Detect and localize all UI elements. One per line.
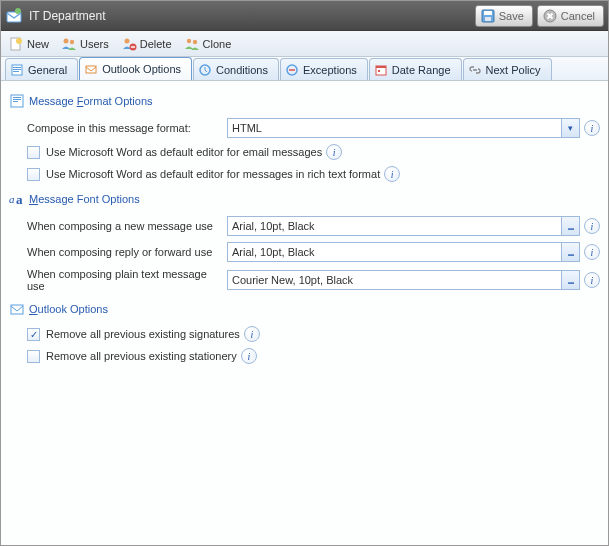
svg-rect-3 <box>484 11 492 15</box>
tab-next-policy-label: Next Policy <box>486 64 541 76</box>
tab-general-label: General <box>28 64 67 76</box>
delete-button[interactable]: Delete <box>118 33 179 55</box>
font-plain-browse[interactable]: ... <box>562 270 580 290</box>
svg-text:a: a <box>9 193 15 205</box>
cancel-button-label: Cancel <box>561 10 595 22</box>
new-icon <box>8 36 24 52</box>
info-icon[interactable]: i <box>384 166 400 182</box>
tab-general[interactable]: General <box>5 58 78 80</box>
word-rtf-label: Use Microsoft Word as default editor for… <box>46 168 380 180</box>
info-icon[interactable]: i <box>584 244 600 260</box>
save-button-label: Save <box>499 10 524 22</box>
users-label: Users <box>80 38 109 50</box>
cancel-icon <box>542 8 558 24</box>
word-rtf-checkbox[interactable] <box>27 168 40 181</box>
users-button[interactable]: Users <box>58 33 116 55</box>
row-remove-stationery: Remove all previous existing stationery … <box>9 345 600 367</box>
link-icon <box>468 63 482 77</box>
svg-point-9 <box>70 39 74 43</box>
new-button[interactable]: New <box>5 33 56 55</box>
word-email-label: Use Microsoft Word as default editor for… <box>46 146 322 158</box>
row-font-plain: When composing plain text message use Co… <box>9 265 600 295</box>
svg-rect-17 <box>13 71 19 72</box>
svg-point-10 <box>124 38 129 43</box>
font-icon: aa <box>9 191 25 207</box>
outlook-section-icon <box>9 301 25 317</box>
save-icon <box>480 8 496 24</box>
save-button[interactable]: Save <box>475 5 533 27</box>
word-email-checkbox[interactable] <box>27 146 40 159</box>
font-reply-label: When composing reply or forward use <box>27 246 227 258</box>
info-icon[interactable]: i <box>241 348 257 364</box>
compose-format-select[interactable]: HTML <box>227 118 562 138</box>
svg-point-13 <box>192 39 196 43</box>
svg-rect-16 <box>13 69 21 70</box>
row-font-reply: When composing reply or forward use Aria… <box>9 239 600 265</box>
tab-next-policy[interactable]: Next Policy <box>463 58 552 80</box>
exceptions-icon <box>285 63 299 77</box>
svg-rect-22 <box>376 66 386 68</box>
svg-rect-23 <box>378 70 380 72</box>
info-icon[interactable]: i <box>584 218 600 234</box>
compose-format-dropdown[interactable]: ▾ <box>562 118 580 138</box>
remove-sig-label: Remove all previous existing signatures <box>46 328 240 340</box>
font-plain-input[interactable]: Courier New, 10pt, Black <box>227 270 562 290</box>
chevron-down-icon: ▾ <box>568 123 573 133</box>
svg-point-12 <box>186 38 190 42</box>
remove-stationery-checkbox[interactable] <box>27 350 40 363</box>
tab-exceptions-label: Exceptions <box>303 64 357 76</box>
info-icon[interactable]: i <box>326 144 342 160</box>
clone-icon <box>184 36 200 52</box>
conditions-icon <box>198 63 212 77</box>
font-new-browse[interactable]: ... <box>562 216 580 236</box>
font-reply-value: Arial, 10pt, Black <box>232 246 315 258</box>
remove-sig-checkbox[interactable]: ✓ <box>27 328 40 341</box>
tab-outlook-options-label: Outlook Options <box>102 63 181 75</box>
svg-rect-25 <box>13 97 21 98</box>
users-icon <box>61 36 77 52</box>
delete-label: Delete <box>140 38 172 50</box>
font-new-value: Arial, 10pt, Black <box>232 220 315 232</box>
info-icon[interactable]: i <box>584 272 600 288</box>
tab-conditions-label: Conditions <box>216 64 268 76</box>
clone-button[interactable]: Clone <box>181 33 239 55</box>
section-message-format-title: Message Format Options <box>29 95 153 107</box>
app-icon <box>5 7 23 25</box>
svg-text:a: a <box>16 192 23 206</box>
toolbar: New Users Delete <box>1 31 608 57</box>
info-icon[interactable]: i <box>584 120 600 136</box>
row-compose-format: Compose in this message format: HTML ▾ i <box>9 115 600 141</box>
svg-point-1 <box>15 8 21 14</box>
svg-rect-18 <box>86 66 96 73</box>
tab-date-range[interactable]: Date Range <box>369 58 462 80</box>
row-font-new: When composing a new message use Arial, … <box>9 213 600 239</box>
cancel-button[interactable]: Cancel <box>537 5 604 27</box>
svg-rect-27 <box>13 101 18 102</box>
remove-stationery-label: Remove all previous existing stationery <box>46 350 237 362</box>
row-word-email: Use Microsoft Word as default editor for… <box>9 141 600 163</box>
info-icon[interactable]: i <box>244 326 260 342</box>
window-title: IT Department <box>29 9 471 23</box>
tab-outlook-options[interactable]: Outlook Options <box>79 57 192 80</box>
tabstrip: General Outlook Options Conditions Excep… <box>1 57 608 81</box>
tab-conditions[interactable]: Conditions <box>193 58 279 80</box>
tab-exceptions[interactable]: Exceptions <box>280 58 368 80</box>
new-label: New <box>27 38 49 50</box>
section-message-font: aa Message Font Options <box>9 191 600 207</box>
svg-point-7 <box>16 38 22 44</box>
svg-rect-4 <box>485 17 491 21</box>
section-message-font-title: Message Font Options <box>29 193 140 205</box>
section-outlook-options-title: Outlook Options <box>29 303 108 315</box>
row-remove-sig: ✓ Remove all previous existing signature… <box>9 323 600 345</box>
general-icon <box>10 63 24 77</box>
compose-format-value: HTML <box>232 122 262 134</box>
font-plain-label: When composing plain text message use <box>27 268 227 292</box>
font-reply-input[interactable]: Arial, 10pt, Black <box>227 242 562 262</box>
section-outlook-options: Outlook Options <box>9 301 600 317</box>
titlebar: IT Department Save Cancel <box>1 1 608 31</box>
font-plain-value: Courier New, 10pt, Black <box>232 274 353 286</box>
calendar-icon <box>374 63 388 77</box>
font-new-input[interactable]: Arial, 10pt, Black <box>227 216 562 236</box>
svg-point-8 <box>64 38 69 43</box>
font-reply-browse[interactable]: ... <box>562 242 580 262</box>
